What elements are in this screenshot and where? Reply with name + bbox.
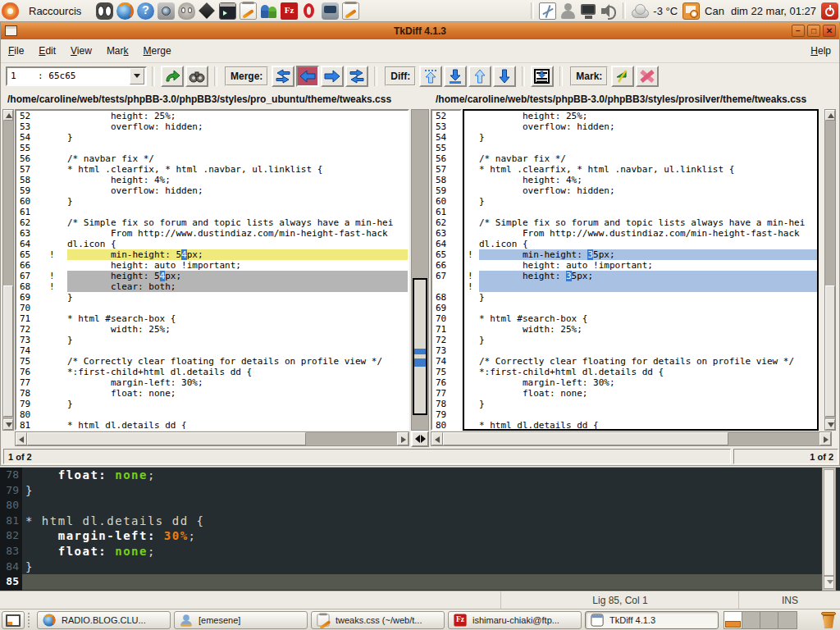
diff-line: * html .clearfix, * html .navbar, ul.lin… [464, 164, 817, 175]
notepad-icon[interactable] [342, 2, 359, 20]
gimp-icon[interactable] [178, 2, 195, 20]
minimize-button[interactable]: − [792, 25, 805, 37]
scroll-down-icon[interactable] [824, 576, 834, 589]
panel-menu-raccourcis[interactable]: Raccourcis [21, 0, 94, 21]
firefox-icon[interactable] [116, 2, 134, 20]
last-diff-button[interactable] [444, 66, 467, 87]
menu-mark[interactable]: Mark [99, 42, 136, 60]
usergray-icon[interactable] [559, 2, 577, 20]
scroll-down-icon[interactable] [825, 419, 835, 430]
mplayer-icon[interactable] [322, 2, 339, 20]
menu-file[interactable]: File [1, 42, 31, 60]
find-button[interactable] [185, 66, 208, 87]
scroll-left-icon[interactable] [16, 432, 27, 445]
diff-line [464, 409, 817, 420]
weather-icon[interactable] [631, 2, 648, 20]
task-button-radio-blog-clu-[interactable]: RADIO.BLOG.CLU... [37, 611, 171, 629]
menu-help[interactable]: Help [802, 42, 839, 60]
left-diff-pane[interactable]: 52 height: 25%;53 overflow: hidden;54}55… [15, 109, 409, 431]
task-button--emesene-[interactable]: [emesene] [174, 611, 308, 629]
diff-line-text: height: 4%; [67, 175, 408, 185]
eyes-icon[interactable] [96, 2, 113, 20]
scroll-right-icon[interactable] [819, 432, 831, 445]
speaker-icon[interactable] [600, 2, 618, 20]
scroll-right-icon[interactable] [397, 432, 409, 445]
diff-line: /* Simple fix so forum and topic lists a… [464, 217, 817, 228]
scrollbar-thumb[interactable] [824, 469, 834, 576]
right-diff-pane[interactable]: height: 25%; overflow: hidden;}/* navbar… [463, 109, 819, 431]
left-horizontal-scrollbar[interactable] [15, 431, 409, 446]
diff-map[interactable] [411, 109, 429, 431]
winsplat-icon[interactable] [539, 2, 556, 20]
ubuntu-menu-icon[interactable] [2, 2, 19, 20]
left-vertical-scrollbar[interactable] [2, 109, 14, 431]
diff-map-viewport[interactable] [413, 278, 427, 416]
screen-magnifier-icon[interactable] [682, 2, 700, 20]
merge-both-button[interactable] [272, 66, 294, 87]
taskbar-handle[interactable] [27, 612, 31, 628]
task-button-tkdiff-4-1-3[interactable]: TkDiff 4.1.3 [585, 611, 719, 629]
power-icon[interactable] [821, 2, 838, 20]
change-marker [44, 164, 67, 175]
diff-line-text: } [67, 132, 408, 143]
right-line-numbers: 5253545556575859606162636465666768697071… [431, 109, 462, 431]
clock[interactable]: dim 22 mar, 01:27 [731, 5, 816, 17]
merge-left-button[interactable] [296, 66, 319, 87]
scrollbar-thumb[interactable] [825, 285, 835, 417]
previous-diff-button[interactable] [468, 66, 491, 87]
monitor-icon[interactable] [580, 2, 597, 20]
right-vertical-scrollbar[interactable] [824, 109, 836, 431]
scrollbar-thumb[interactable] [443, 432, 728, 445]
editor-vertical-scrollbar[interactable] [822, 468, 836, 591]
users-icon[interactable] [260, 2, 277, 20]
trash-icon[interactable] [820, 612, 837, 629]
set-mark-button[interactable] [611, 66, 634, 87]
workspace-4[interactable] [778, 612, 797, 628]
scroll-up-icon[interactable] [3, 110, 13, 121]
camera-icon[interactable] [158, 2, 175, 20]
menu-edit[interactable]: Edit [31, 42, 63, 60]
task-button-ishimaru-chiaki-ftp-[interactable]: ishimaru-chiaki@ftp... [448, 611, 582, 629]
clear-mark-button[interactable] [636, 66, 659, 87]
combobox-dropdown-icon[interactable] [130, 68, 144, 84]
scrollbar-thumb[interactable] [27, 432, 306, 445]
close-button[interactable]: ✕ [823, 25, 836, 37]
merge-right-button[interactable] [321, 66, 344, 87]
arrow-left-icon [299, 69, 316, 84]
diff-line: 57* html .clearfix, * html .navbar, ul.l… [16, 164, 408, 175]
merge-swap-button[interactable] [345, 66, 368, 87]
diff-line-text: } [479, 335, 817, 345]
pane-resize-button[interactable] [411, 431, 429, 447]
scroll-down-icon[interactable] [3, 419, 13, 430]
right-horizontal-scrollbar[interactable] [431, 431, 832, 446]
filezilla-icon[interactable] [281, 2, 298, 20]
change-marker [44, 345, 67, 356]
recompute-diffs-button[interactable] [161, 66, 184, 87]
center-diff-button[interactable] [531, 66, 554, 87]
workspace-1[interactable] [724, 612, 742, 628]
workspace-2[interactable] [742, 612, 760, 628]
next-diff-button[interactable] [493, 66, 516, 87]
menu-merge[interactable]: Merge [136, 42, 179, 60]
titlebar[interactable]: TkDiff 4.1.3 − □ ✕ [1, 22, 839, 39]
diff-combobox[interactable]: 1 : 65c65 [6, 66, 147, 86]
workspace-switcher[interactable] [724, 611, 797, 629]
show-desktop-button[interactable] [2, 611, 25, 629]
menu-view[interactable]: View [63, 42, 99, 60]
diff-line-text: overflow: hidden; [479, 121, 817, 132]
notepad-icon[interactable] [240, 2, 257, 20]
task-button-tweaks-css-web-t-[interactable]: tweaks.css (~/web/t... [311, 611, 445, 629]
line-number: 62 [16, 217, 44, 228]
terminal-icon[interactable] [219, 2, 236, 20]
scrollbar-thumb[interactable] [3, 285, 13, 417]
scroll-up-icon[interactable] [825, 110, 835, 121]
workspace-3[interactable] [760, 612, 778, 628]
inkscape-icon[interactable] [199, 2, 216, 20]
help-icon[interactable] [137, 2, 154, 20]
first-diff-button[interactable] [419, 66, 442, 87]
maximize-button[interactable]: □ [807, 25, 820, 37]
editor-code-area[interactable]: float: none;}* html dl.details dd { marg… [22, 468, 822, 591]
opera-icon[interactable] [301, 2, 318, 20]
scroll-left-icon[interactable] [431, 432, 443, 445]
diff-line-text: min-height: 54px; [67, 249, 408, 260]
